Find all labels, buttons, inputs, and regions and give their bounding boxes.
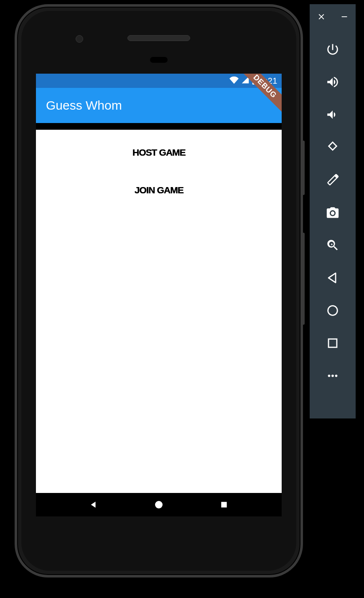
svg-rect-0 <box>341 16 347 17</box>
home-icon[interactable] <box>324 302 341 319</box>
svg-point-1 <box>328 306 338 316</box>
speaker-grill <box>127 35 190 41</box>
svg-rect-2 <box>328 339 337 347</box>
proximity-sensor <box>150 57 168 63</box>
front-camera <box>76 35 83 43</box>
back-icon[interactable] <box>324 269 341 286</box>
host-game-button[interactable]: HOST GAME <box>124 142 194 163</box>
hardware-button <box>302 141 305 195</box>
nav-back-button[interactable] <box>87 498 100 511</box>
android-status-bar: 8:21 <box>36 74 282 88</box>
overview-icon[interactable] <box>324 335 341 352</box>
nav-home-button[interactable] <box>153 498 165 511</box>
rotate-right-icon[interactable] <box>324 172 341 188</box>
wifi-icon <box>229 75 239 87</box>
app-body: HOST GAME JOIN GAME <box>36 130 282 493</box>
zoom-in-icon[interactable] <box>324 237 341 254</box>
divider <box>36 123 282 130</box>
device-frame: 8:21 Guess Whom DEBUG HOST GAME JOIN GAM… <box>15 4 303 577</box>
svg-rect-9 <box>221 502 227 507</box>
minimize-icon[interactable] <box>336 8 353 25</box>
device-screen: 8:21 Guess Whom DEBUG HOST GAME JOIN GAM… <box>36 74 282 516</box>
svg-point-4 <box>331 375 334 377</box>
volume-down-icon[interactable] <box>324 106 341 123</box>
close-icon[interactable] <box>313 8 330 25</box>
app-bar: Guess Whom DEBUG <box>36 88 282 123</box>
power-icon[interactable] <box>324 41 341 58</box>
nav-overview-button[interactable] <box>218 498 230 511</box>
rotate-left-icon[interactable] <box>324 139 341 156</box>
volume-up-icon[interactable] <box>324 74 341 90</box>
camera-icon[interactable] <box>324 204 341 221</box>
emulator-toolbar <box>310 4 356 418</box>
android-nav-bar <box>36 493 282 516</box>
more-icon[interactable] <box>324 367 341 384</box>
svg-point-8 <box>155 501 163 508</box>
hardware-button <box>302 233 305 325</box>
app-title: Guess Whom <box>46 98 122 113</box>
join-game-button[interactable]: JOIN GAME <box>126 180 192 201</box>
svg-point-5 <box>335 375 338 377</box>
svg-point-3 <box>328 375 331 377</box>
